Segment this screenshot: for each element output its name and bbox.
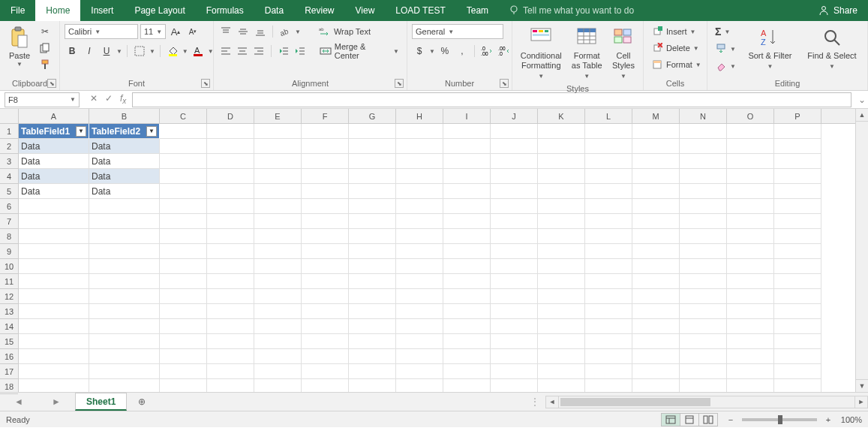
cell[interactable] <box>727 259 774 274</box>
cell[interactable] <box>491 364 538 379</box>
scroll-left-button[interactable]: ◄ <box>546 396 559 408</box>
cell[interactable] <box>19 229 89 244</box>
cell[interactable] <box>89 364 160 379</box>
cell[interactable] <box>443 274 491 289</box>
cell[interactable] <box>680 349 727 364</box>
cell[interactable] <box>632 184 680 199</box>
cell[interactable] <box>302 124 349 139</box>
cell[interactable] <box>443 154 491 169</box>
cell[interactable] <box>396 334 443 349</box>
cell[interactable] <box>443 229 491 244</box>
horizontal-scrollbar[interactable]: ◄ ► <box>545 396 868 408</box>
cell[interactable] <box>680 379 727 392</box>
cell[interactable] <box>19 199 89 214</box>
cell[interactable] <box>160 169 207 184</box>
cell[interactable] <box>680 229 727 244</box>
cell[interactable] <box>207 229 254 244</box>
cell[interactable] <box>302 274 349 289</box>
cell[interactable] <box>680 334 727 349</box>
cell[interactable] <box>19 364 89 379</box>
cell[interactable] <box>774 349 821 364</box>
cell[interactable] <box>160 349 207 364</box>
column-header[interactable]: A <box>19 109 89 123</box>
cell[interactable] <box>585 199 632 214</box>
cell[interactable] <box>585 334 632 349</box>
cell[interactable] <box>491 154 538 169</box>
decrease-font-button[interactable]: A▾ <box>185 24 200 39</box>
cell[interactable] <box>632 274 680 289</box>
cell[interactable] <box>727 274 774 289</box>
cell[interactable] <box>254 349 302 364</box>
comma-format-button[interactable]: , <box>455 44 470 59</box>
cell[interactable] <box>302 349 349 364</box>
cell[interactable] <box>491 244 538 259</box>
sort-filter-button[interactable]: AZ Sort & Filter ▼ <box>742 24 798 72</box>
align-top-button[interactable] <box>218 24 233 39</box>
row-header[interactable]: 17 <box>0 364 18 379</box>
cell[interactable] <box>774 259 821 274</box>
cell[interactable] <box>160 154 207 169</box>
cell[interactable] <box>19 379 89 392</box>
cell[interactable] <box>349 199 396 214</box>
cell[interactable] <box>89 319 160 334</box>
column-header[interactable]: G <box>349 109 396 123</box>
cell[interactable] <box>254 304 302 319</box>
cell[interactable] <box>538 364 585 379</box>
cell[interactable] <box>302 199 349 214</box>
cell[interactable] <box>302 154 349 169</box>
cell[interactable] <box>19 334 89 349</box>
cell-styles-button[interactable]: Cell Styles ▼ <box>608 24 638 83</box>
row-header[interactable]: 1 <box>0 124 18 139</box>
cell[interactable] <box>19 274 89 289</box>
cell[interactable] <box>774 364 821 379</box>
formula-input[interactable] <box>132 92 851 107</box>
cell[interactable] <box>491 214 538 229</box>
cell[interactable] <box>349 169 396 184</box>
cell[interactable] <box>538 139 585 154</box>
cell[interactable] <box>727 334 774 349</box>
cell[interactable] <box>207 199 254 214</box>
share-button[interactable]: Share <box>808 0 868 21</box>
accounting-format-button[interactable]: $ <box>412 44 427 59</box>
cell[interactable] <box>254 334 302 349</box>
cell[interactable] <box>585 364 632 379</box>
column-header[interactable]: M <box>632 109 680 123</box>
cell[interactable] <box>443 334 491 349</box>
cell[interactable] <box>680 169 727 184</box>
cell[interactable] <box>443 304 491 319</box>
borders-button[interactable] <box>132 44 147 59</box>
fill-button[interactable]: ▼ <box>712 41 739 56</box>
cell[interactable] <box>89 349 160 364</box>
cell[interactable]: TableField1▼ <box>19 124 89 139</box>
tab-team[interactable]: Team <box>456 0 499 21</box>
cell[interactable] <box>443 124 491 139</box>
insert-cells-button[interactable]: Insert▼ <box>648 24 698 39</box>
cell[interactable] <box>207 379 254 392</box>
cell[interactable] <box>585 154 632 169</box>
row-header[interactable]: 8 <box>0 229 18 244</box>
cell[interactable] <box>443 349 491 364</box>
cell[interactable] <box>160 139 207 154</box>
cell[interactable] <box>585 244 632 259</box>
cell[interactable] <box>349 274 396 289</box>
cell[interactable] <box>396 349 443 364</box>
cell[interactable] <box>680 259 727 274</box>
cell[interactable] <box>727 379 774 392</box>
cell[interactable] <box>727 124 774 139</box>
align-right-button[interactable] <box>252 44 266 59</box>
font-color-button[interactable]: A <box>191 44 206 59</box>
tab-split-handle[interactable]: ⋮ <box>524 396 545 407</box>
cell[interactable] <box>632 319 680 334</box>
cell[interactable] <box>774 244 821 259</box>
scroll-thumb[interactable] <box>560 398 710 406</box>
page-break-view-button[interactable] <box>698 413 718 426</box>
filter-dropdown-icon[interactable]: ▼ <box>146 126 157 137</box>
cell[interactable] <box>632 244 680 259</box>
cell[interactable] <box>774 154 821 169</box>
conditional-formatting-button[interactable]: Conditional Formatting ▼ <box>517 24 565 83</box>
cell[interactable] <box>396 199 443 214</box>
format-cells-button[interactable]: Format▼ <box>648 57 704 72</box>
cell[interactable] <box>680 214 727 229</box>
cell[interactable] <box>254 184 302 199</box>
cell[interactable] <box>680 304 727 319</box>
